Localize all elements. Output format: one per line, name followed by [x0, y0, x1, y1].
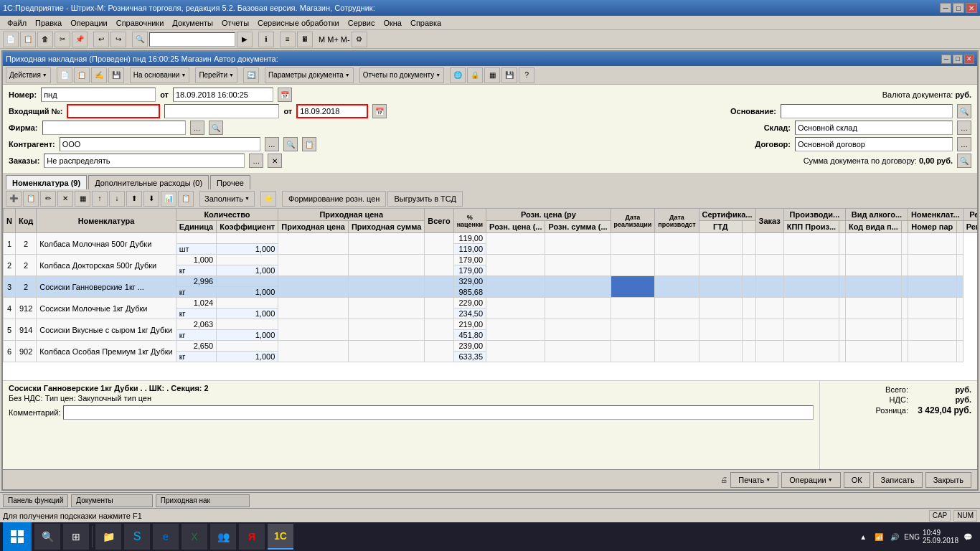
table-row[interactable]: 4 912 Сосиски Молочные 1кг Дубки 1,024 2… — [4, 298, 978, 309]
taskbar-edge[interactable]: e — [153, 524, 179, 550]
tb-redo[interactable]: ↪ — [110, 32, 126, 47]
sklad-pick-btn[interactable]: … — [957, 121, 971, 135]
doc-minimize[interactable]: ─ — [941, 55, 951, 64]
fill-button[interactable]: Заполнить — [199, 191, 255, 207]
orders-input[interactable] — [44, 154, 245, 168]
grid-copy-btn[interactable]: 📋 — [23, 191, 39, 207]
menu-reference[interactable]: Справочники — [112, 17, 169, 29]
table-row[interactable]: 6 902 Колбаса Особая Премиум 1кг Дубки 2… — [4, 341, 978, 352]
kontragent-pick-btn[interactable]: … — [265, 137, 279, 151]
params-button[interactable]: Параметры документа — [265, 67, 354, 83]
tb-info[interactable]: ℹ — [258, 32, 274, 47]
incoming-number2-input[interactable] — [164, 104, 279, 118]
menu-reports[interactable]: Отчеты — [217, 17, 253, 29]
tb-paste[interactable]: 📌 — [72, 32, 88, 47]
doc-tb-grid[interactable]: ▦ — [484, 67, 500, 83]
doc-maximize[interactable]: □ — [953, 55, 963, 64]
table-row[interactable]: 3 2 Сосиски Ганноверские 1кг ... 2,996 3… — [4, 276, 978, 287]
osnov-button[interactable]: На основании — [130, 67, 190, 83]
tb-extra[interactable]: ⚙ — [352, 32, 367, 47]
grid-tb11[interactable]: 📋 — [178, 191, 194, 207]
grid-sort-asc[interactable]: ⬆ — [126, 191, 142, 207]
panel-prih[interactable]: Приходная нак — [156, 494, 250, 507]
taskbar-task[interactable]: ⊞ — [63, 524, 89, 550]
taskbar-yandex[interactable]: Я — [239, 524, 265, 550]
panel-docs[interactable]: Документы — [71, 494, 153, 507]
tb-delete[interactable]: 🗑 — [37, 32, 53, 47]
taskbar-1c[interactable]: 1C — [268, 524, 293, 550]
table-row[interactable]: 1 2 Колбаса Молочная 500г Дубки 119,00 — [4, 233, 978, 244]
tb-undo[interactable]: ↩ — [93, 32, 109, 47]
tab-extra-costs[interactable]: Дополнительные расходы (0) — [88, 175, 209, 189]
firma-search-btn[interactable]: 🔍 — [209, 121, 223, 135]
menu-help[interactable]: Справка — [406, 17, 446, 29]
upload-tsd-btn[interactable]: Выгрузить в ТСД — [387, 191, 463, 207]
table-row[interactable]: 5 914 Сосиски Вкусные с сыром 1кг Дубки … — [4, 319, 978, 330]
dogovor-input[interactable] — [795, 137, 953, 151]
doc-tb-refresh[interactable]: 🔄 — [243, 67, 259, 83]
menu-file[interactable]: Файл — [3, 17, 31, 29]
number-input[interactable] — [41, 88, 156, 102]
taskbar-team[interactable]: 👥 — [210, 524, 236, 550]
doc-tb-save2[interactable]: 💾 — [501, 67, 517, 83]
tb-calc[interactable]: 🖩 — [297, 32, 313, 47]
tb-cut[interactable]: ✂ — [55, 32, 70, 47]
grid-del-btn[interactable]: ✕ — [57, 191, 73, 207]
orders-clear-btn[interactable]: ✕ — [268, 154, 282, 168]
maximize-button[interactable]: □ — [953, 3, 964, 13]
tb-search[interactable]: 🔍 — [132, 32, 148, 47]
grid-add-btn[interactable]: ➕ — [6, 191, 22, 207]
minimize-button[interactable]: ─ — [940, 3, 951, 13]
table-row[interactable]: 2 2 Колбаса Докторская 500г Дубки 1,000 … — [4, 255, 978, 265]
print-button[interactable]: Печать — [730, 472, 778, 488]
operations-button[interactable]: Операции — [781, 472, 840, 488]
firma-pick-btn[interactable]: … — [190, 121, 204, 135]
grid-tb5[interactable]: ▦ — [75, 191, 90, 207]
doc-tb-help[interactable]: ? — [519, 67, 534, 83]
taskbar-explorer[interactable]: 📁 — [95, 524, 121, 550]
doc-close[interactable]: ✕ — [964, 55, 974, 64]
menu-docs[interactable]: Документы — [168, 17, 217, 29]
kontragent-extra-btn[interactable]: 📋 — [302, 137, 316, 151]
rozn-price-btn[interactable]: Формирование розн. цен — [282, 191, 386, 207]
incoming-date-picker[interactable]: 📅 — [372, 104, 387, 118]
toolbar-search-input[interactable] — [149, 32, 235, 47]
doc-tb-lock[interactable]: 🔒 — [467, 67, 483, 83]
reports-button[interactable]: Отчеты по документу — [359, 67, 444, 83]
grid-down-btn[interactable]: ↓ — [109, 191, 125, 207]
taskbar-excel[interactable]: X — [182, 524, 207, 550]
doc-tb-4[interactable]: 💾 — [108, 67, 124, 83]
perejti-button[interactable]: Перейти — [195, 67, 237, 83]
kontragent-search-btn[interactable]: 🔍 — [283, 137, 298, 151]
menu-windows[interactable]: Окна — [379, 17, 406, 29]
actions-button[interactable]: Действия — [6, 67, 51, 83]
doc-tb-web[interactable]: 🌐 — [450, 67, 466, 83]
sum-calc-btn[interactable]: 🔍 — [957, 154, 971, 168]
panel-func[interactable]: Панель функций — [3, 494, 68, 507]
start-button[interactable] — [3, 522, 32, 551]
menu-operations[interactable]: Операции — [66, 17, 111, 29]
close-button[interactable]: ✕ — [966, 3, 977, 13]
grid-tb10[interactable]: 📊 — [161, 191, 176, 207]
comment-input[interactable] — [63, 405, 814, 420]
grid-sort-desc[interactable]: ⬇ — [143, 191, 159, 207]
incoming-date-input[interactable] — [296, 104, 368, 118]
osnov-input[interactable] — [781, 104, 953, 118]
grid-container[interactable]: N Код Номенклатура Количество Приходная … — [3, 208, 977, 380]
taskbar-skype[interactable]: S — [124, 524, 150, 550]
save-button[interactable]: Записать — [873, 472, 923, 488]
grid-up-btn[interactable]: ↑ — [92, 191, 108, 207]
orders-pick-btn[interactable]: … — [249, 154, 263, 168]
sklad-input[interactable] — [795, 121, 953, 135]
tab-other[interactable]: Прочее — [210, 175, 250, 189]
doc-tb-2[interactable]: 📋 — [74, 67, 90, 83]
menu-service-process[interactable]: Сервисные обработки — [253, 17, 344, 29]
firma-input[interactable] — [42, 121, 186, 135]
tb-list[interactable]: ≡ — [280, 32, 296, 47]
grid-edit-btn[interactable]: ✏ — [40, 191, 56, 207]
tray-notification[interactable]: 💬 — [961, 530, 974, 543]
taskbar-search[interactable]: 🔍 — [34, 524, 60, 550]
tb-search-go[interactable]: ▶ — [237, 32, 253, 47]
grid-tb-star[interactable]: ⭐ — [260, 191, 276, 207]
doc-tb-3[interactable]: ✍ — [91, 67, 107, 83]
